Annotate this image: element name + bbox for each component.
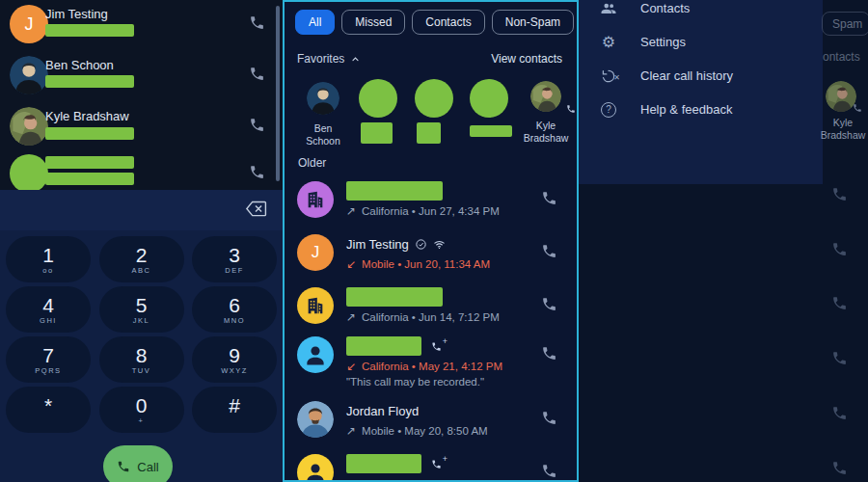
recents-window: All Missed Contacts Non-Spam Spam Favori… bbox=[283, 0, 579, 482]
contact-row-jim[interactable]: J Jim Testing bbox=[0, 5, 283, 55]
redacted-name-bar bbox=[346, 181, 443, 201]
call-icon-dim bbox=[831, 295, 848, 315]
key-7[interactable]: 7PQRS bbox=[6, 336, 91, 383]
backspace-icon[interactable] bbox=[245, 201, 267, 221]
key-hash[interactable]: # bbox=[192, 387, 277, 433]
caller-name: Jim Testing bbox=[346, 237, 409, 252]
key-0[interactable]: 0+ bbox=[99, 387, 184, 433]
dialpad-keys: 1oo 2ABC 3DEF 4GHI 5JKL 6MNO 7PQRS 8TUV … bbox=[6, 236, 277, 433]
background-recents-window: Contacts ⚙ Settings ✕ Clear call history… bbox=[579, 0, 868, 482]
voicemail-icon: oo bbox=[42, 266, 53, 275]
favorite-redacted-2[interactable] bbox=[415, 79, 453, 144]
favorite-name-dim: Kyle Bradshaw bbox=[818, 117, 868, 142]
key-3[interactable]: 3DEF bbox=[192, 236, 277, 282]
redacted-name-bar bbox=[346, 336, 421, 356]
wifi-icon bbox=[433, 238, 446, 251]
contact-row-redacted[interactable] bbox=[0, 154, 283, 190]
missed-call-icon: ↙ bbox=[346, 360, 356, 373]
call-icon[interactable] bbox=[249, 164, 265, 180]
chip-spam-background: Spam bbox=[822, 12, 868, 36]
call-icon[interactable] bbox=[249, 117, 265, 133]
redacted-name-bar bbox=[346, 287, 443, 307]
redacted-name-bar bbox=[361, 122, 393, 144]
menu-item-contacts[interactable]: Contacts bbox=[579, 0, 823, 25]
outgoing-call-icon: ↗ bbox=[346, 424, 356, 438]
chip-missed[interactable]: Missed bbox=[341, 10, 405, 35]
call-icon[interactable] bbox=[249, 66, 265, 82]
menu-item-help-feedback[interactable]: ? Help & feedback bbox=[579, 93, 823, 126]
avatar-jim: J bbox=[297, 234, 334, 271]
favorites-title: Favorites bbox=[297, 52, 344, 66]
help-icon: ? bbox=[599, 102, 618, 118]
redacted-number-bar bbox=[45, 75, 134, 88]
call-row-5[interactable]: Jordan Floyd ↗Mobile • May 20, 8:50 AM bbox=[297, 401, 577, 453]
view-contacts-link[interactable]: View contacts bbox=[491, 52, 562, 66]
chip-contacts[interactable]: Contacts bbox=[412, 10, 484, 35]
filter-chips: All Missed Contacts Non-Spam Spam bbox=[295, 10, 579, 35]
contact-name: Ben Schoon bbox=[45, 58, 114, 72]
key-4[interactable]: 4GHI bbox=[6, 286, 91, 333]
redacted-number-bar bbox=[45, 24, 134, 37]
dial-number-input[interactable] bbox=[0, 190, 283, 230]
call-detail: Mobile • Jun 20, 11:34 AM bbox=[362, 258, 490, 270]
call-detail: California • Jun 27, 4:34 PM bbox=[362, 205, 500, 217]
call-icon[interactable] bbox=[541, 463, 557, 479]
building-icon bbox=[305, 295, 326, 316]
call-button-label: Call bbox=[137, 460, 158, 474]
key-2[interactable]: 2ABC bbox=[99, 236, 184, 282]
key-9[interactable]: 9WXYZ bbox=[192, 336, 277, 383]
avatar-business-purple bbox=[297, 181, 334, 218]
chip-all[interactable]: All bbox=[295, 10, 335, 35]
key-1[interactable]: 1oo bbox=[6, 236, 91, 282]
call-icon[interactable] bbox=[541, 410, 557, 426]
redacted-number-bar bbox=[45, 127, 134, 140]
scrollbar[interactable] bbox=[276, 6, 280, 181]
key-star[interactable]: * bbox=[6, 387, 91, 433]
clear-history-icon: ✕ bbox=[599, 68, 618, 84]
call-row-3[interactable]: ↗California • Jun 14, 7:12 PM bbox=[297, 287, 577, 339]
contact-row-kyle[interactable]: Kyle Bradshaw bbox=[0, 107, 283, 157]
key-8[interactable]: 8TUV bbox=[99, 336, 184, 383]
building-icon bbox=[305, 189, 326, 210]
menu-item-clear-history[interactable]: ✕ Clear call history bbox=[579, 59, 823, 93]
outgoing-call-icon: ↗ bbox=[346, 204, 356, 218]
call-icon[interactable] bbox=[541, 243, 557, 259]
key-6[interactable]: 6MNO bbox=[192, 286, 277, 333]
chip-non-spam[interactable]: Non-Spam bbox=[492, 10, 574, 35]
call-icon[interactable] bbox=[541, 296, 557, 312]
person-icon bbox=[302, 459, 329, 482]
favorite-kyle[interactable]: Kyle Bradshaw bbox=[520, 81, 572, 145]
call-row-6[interactable]: + ↙ bbox=[297, 454, 577, 482]
favorite-name: Ben Schoon bbox=[296, 122, 350, 147]
call-icon[interactable] bbox=[541, 190, 557, 206]
call-row-4[interactable]: + ↙California • May 21, 4:12 PM "This ca… bbox=[297, 336, 577, 406]
person-icon bbox=[302, 341, 329, 368]
verified-icon bbox=[415, 238, 427, 251]
call-button[interactable]: Call bbox=[103, 445, 173, 482]
call-icon[interactable] bbox=[249, 14, 265, 31]
favorite-ben[interactable]: Ben Schoon bbox=[296, 82, 350, 147]
favorites-collapse-toggle[interactable]: Favorites bbox=[297, 52, 361, 66]
call-note: "This call may be recorded." bbox=[346, 376, 519, 388]
call-row-2[interactable]: J Jim Testing ↙Mobile • Jun 20, 11:34 AM bbox=[297, 234, 577, 286]
favorite-redacted-3[interactable] bbox=[470, 79, 512, 137]
overflow-menu: Contacts ⚙ Settings ✕ Clear call history… bbox=[579, 0, 823, 184]
call-row-1[interactable]: ↗California • Jun 27, 4:34 PM bbox=[297, 181, 577, 233]
phone-app-desktop: J Jim Testing Ben Schoon Kyle Bradshaw bbox=[0, 0, 868, 482]
avatar-jim: J bbox=[10, 5, 48, 43]
avatar-ben-photo bbox=[307, 82, 339, 115]
avatar-kyle-photo bbox=[530, 81, 561, 112]
missed-call-icon: ↙ bbox=[346, 477, 356, 482]
gear-icon: ⚙ bbox=[599, 35, 618, 50]
call-icon-dim bbox=[831, 350, 848, 370]
contact-row-ben[interactable]: Ben Schoon bbox=[0, 56, 283, 106]
call-icon[interactable] bbox=[541, 345, 557, 362]
key-5[interactable]: 5JKL bbox=[99, 286, 184, 333]
favorite-redacted-1[interactable] bbox=[359, 79, 397, 144]
menu-item-settings[interactable]: ⚙ Settings bbox=[579, 25, 823, 59]
call-detail: California • May 21, 4:12 PM bbox=[362, 361, 502, 372]
call-icon-dim bbox=[831, 186, 848, 206]
avatar-letter: J bbox=[25, 14, 34, 35]
call-icon bbox=[117, 460, 130, 473]
call-icon-dim bbox=[831, 241, 848, 261]
